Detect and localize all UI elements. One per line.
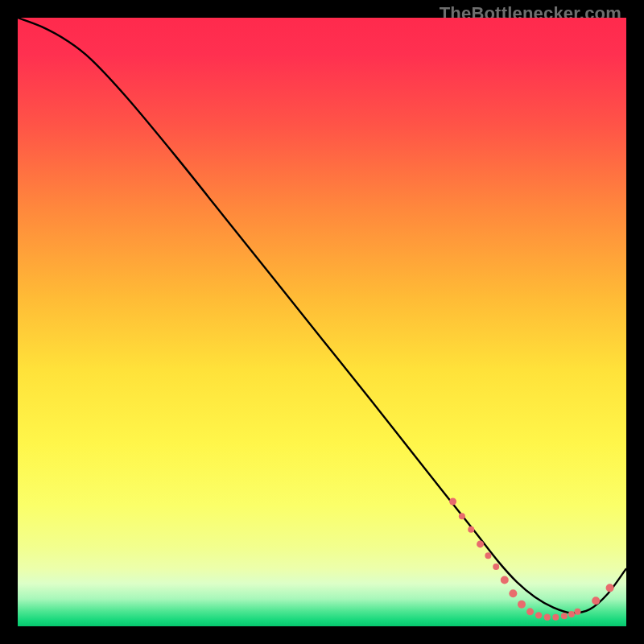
chart-marker-dot: [459, 513, 465, 519]
chart-marker-dot: [518, 601, 526, 609]
chart-frame: [18, 18, 626, 626]
chart-marker-dot: [526, 608, 534, 615]
chart-marker-dot: [501, 576, 509, 584]
chart-marker-dot: [561, 613, 568, 619]
chart-marker-dot: [592, 597, 600, 605]
chart-marker-dot: [544, 613, 551, 620]
chart-marker-dot: [477, 540, 484, 547]
chart-marker-dot: [568, 611, 575, 617]
chart-marker-dot: [606, 584, 614, 592]
chart-marker-dot: [509, 589, 517, 597]
chart-background: [18, 18, 626, 626]
chart-marker-dot: [449, 498, 456, 506]
chart-marker-dot: [493, 564, 499, 570]
chart-marker-dot: [552, 614, 559, 621]
chart-marker-dot: [468, 526, 474, 533]
chart-marker-dot: [575, 609, 581, 615]
chart-marker-dot: [485, 552, 491, 559]
chart-marker-dot: [535, 612, 542, 618]
chart-svg: [18, 18, 626, 626]
